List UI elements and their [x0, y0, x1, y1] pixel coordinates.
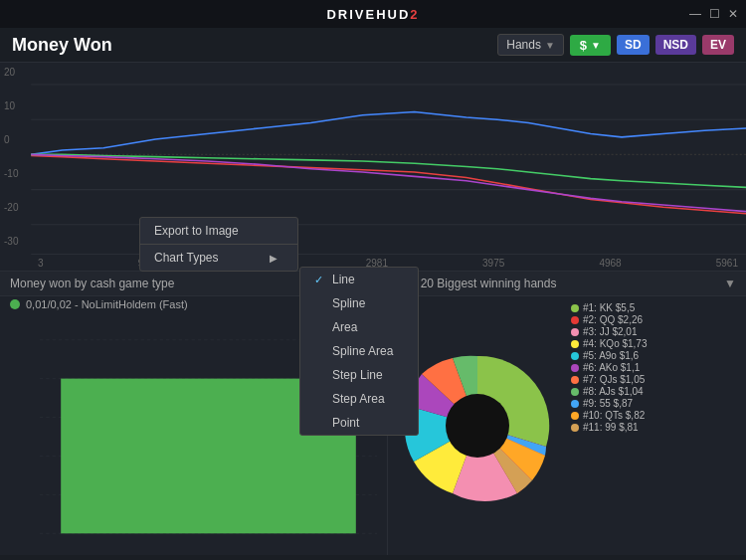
check-icon: ✓: [314, 274, 326, 286]
legend-label-kqo: #4: KQo $1,73: [583, 338, 648, 349]
legend-item-4: #4: KQo $1,73: [571, 338, 742, 349]
title-bar: DRIVEHUD2 — ☐ ✕: [0, 0, 746, 28]
legend-item-5: #5: A9o $1,6: [571, 350, 742, 361]
nsd-button[interactable]: NSD: [655, 35, 696, 55]
hands-dropdown[interactable]: Hands ▼: [497, 34, 564, 56]
dollar-label: $: [580, 38, 587, 53]
main-chart: 20 10 0 -10 -20 -30 3 996 1988 2981 3975…: [0, 63, 746, 272]
legend-color-55: [571, 400, 579, 408]
line-label: Line: [332, 273, 355, 286]
header: Money Won Hands ▼ $ ▼ SD NSD EV: [0, 28, 746, 63]
step-area-label: Step Area: [332, 392, 385, 406]
area-label: Area: [332, 320, 357, 334]
logo-suffix: 2: [410, 7, 419, 22]
legend-color-qjs: [571, 376, 579, 384]
chart-types-item[interactable]: Chart Types ▶ ✓ Line Spline Area S: [140, 244, 297, 271]
legend-color-ako: [571, 364, 579, 372]
window-controls[interactable]: — ☐ ✕: [689, 7, 738, 21]
chart-type-step-line[interactable]: Step Line: [300, 363, 418, 387]
legend-item-6: #6: AKo $1,1: [571, 362, 742, 373]
header-controls: Hands ▼ $ ▼ SD NSD EV: [497, 34, 734, 56]
chart-type-step-area[interactable]: Step Area: [300, 387, 418, 411]
legend-label-ajs: #8: AJs $1,04: [583, 386, 644, 397]
legend-item-8: #8: AJs $1,04: [571, 386, 742, 397]
bar-legend-label: 0,01/0,02 - NoLimitHoldem (Fast): [26, 298, 188, 310]
ev-button[interactable]: EV: [702, 35, 734, 55]
legend-color-qq: [571, 316, 579, 324]
minimize-button[interactable]: —: [689, 7, 701, 21]
legend-label-qjs: #7: QJs $1,05: [583, 374, 645, 385]
hands-label: Hands: [506, 38, 541, 52]
chart-types-submenu[interactable]: ✓ Line Spline Area Spline Area Ste: [299, 267, 419, 436]
step-line-label: Step Line: [332, 368, 383, 382]
spline-area-label: Spline Area: [332, 344, 393, 358]
hands-arrow-icon: ▼: [545, 40, 555, 51]
chart-type-line[interactable]: ✓ Line: [300, 268, 418, 291]
legend-color-jj: [571, 328, 579, 336]
legend-dot-icon: [10, 299, 20, 309]
chart-y-axis: 20 10 0 -10 -20 -30: [4, 63, 18, 251]
spline-label: Spline: [332, 296, 365, 310]
maximize-button[interactable]: ☐: [709, 7, 720, 21]
legend-item-3: #3: JJ $2,01: [571, 326, 742, 337]
legend-item-2: #2: QQ $2,26: [571, 314, 742, 325]
legend-color-a9o: [571, 352, 579, 360]
export-image-label: Export to Image: [154, 224, 239, 238]
pie-chart-svg: [398, 346, 557, 505]
submenu-arrow-icon: ▶: [270, 253, 278, 264]
legend-item-1: #1: KK $5,5: [571, 302, 742, 313]
right-panel-header: Top 20 Biggest winning hands ▼: [388, 272, 746, 296]
legend-color-kk: [571, 304, 579, 312]
chart-svg: [0, 63, 746, 271]
legend-color-99: [571, 424, 579, 432]
right-panel: Top 20 Biggest winning hands ▼: [388, 272, 746, 555]
legend-color-ajs: [571, 388, 579, 396]
export-image-item[interactable]: Export to Image: [140, 218, 297, 244]
legend-label-a9o: #5: A9o $1,6: [583, 350, 639, 361]
legend-label-qq: #2: QQ $2,26: [583, 314, 643, 325]
chart-type-area[interactable]: Area: [300, 315, 418, 339]
legend-label-55: #9: 55 $,87: [583, 398, 633, 409]
chart-type-point[interactable]: Point: [300, 411, 418, 435]
legend-color-kqo: [571, 340, 579, 348]
dollar-dropdown[interactable]: $ ▼: [570, 35, 611, 56]
chart-type-spline[interactable]: Spline: [300, 291, 418, 315]
right-panel-arrow-icon[interactable]: ▼: [724, 277, 736, 290]
close-button[interactable]: ✕: [728, 7, 738, 21]
dollar-arrow-icon: ▼: [591, 40, 601, 51]
legend-label-ako: #6: AKo $1,1: [583, 362, 640, 373]
right-content: #1: KK $5,5 #2: QQ $2,26 #3: JJ $2,01 #4…: [388, 296, 746, 555]
left-panel-title: Money won by cash game type: [10, 277, 174, 290]
sd-button[interactable]: SD: [617, 35, 650, 55]
svg-point-20: [446, 394, 509, 458]
legend-item-10: #10: QTs $,82: [571, 410, 742, 421]
legend-label-99: #11: 99 $,81: [583, 422, 639, 433]
chart-type-spline-area[interactable]: Spline Area: [300, 339, 418, 363]
pie-legend: #1: KK $5,5 #2: QQ $2,26 #3: JJ $2,01 #4…: [567, 296, 746, 555]
app-logo: DRIVEHUD2: [326, 7, 419, 22]
context-menu[interactable]: Export to Image Chart Types ▶ ✓ Line Spl…: [139, 217, 298, 272]
legend-label-kk: #1: KK $5,5: [583, 302, 635, 313]
legend-item-11: #11: 99 $,81: [571, 422, 742, 433]
legend-label-qts: #10: QTs $,82: [583, 410, 645, 421]
right-panel-title: Top 20 Biggest winning hands: [398, 277, 556, 290]
legend-item-7: #7: QJs $1,05: [571, 374, 742, 385]
legend-label-jj: #3: JJ $2,01: [583, 326, 637, 337]
legend-item-9: #9: 55 $,87: [571, 398, 742, 409]
page-title: Money Won: [12, 35, 112, 56]
chart-types-label: Chart Types: [154, 251, 218, 265]
legend-color-qts: [571, 412, 579, 420]
point-label: Point: [332, 416, 359, 430]
